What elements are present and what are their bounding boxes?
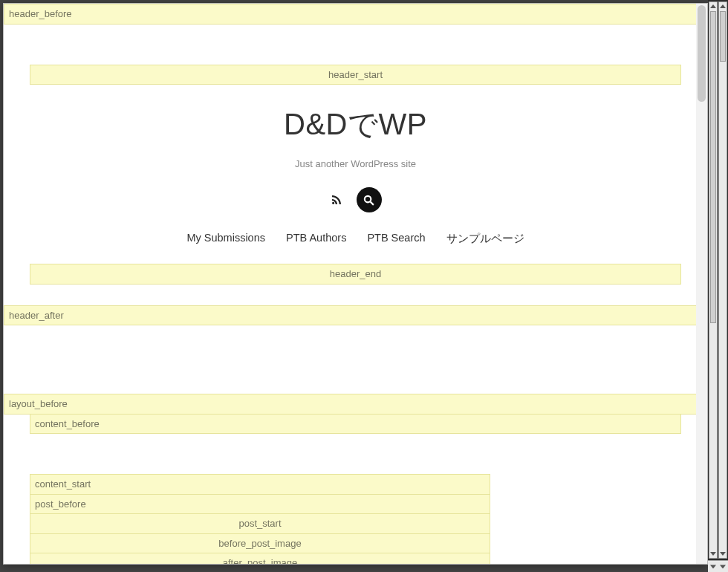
nav-item-sample-page[interactable]: サンプルページ <box>446 232 524 246</box>
scroll-up-icon[interactable] <box>710 4 716 8</box>
primary-nav: My Submissions PTB Authors PTB Search サン… <box>4 232 707 246</box>
svg-line-1 <box>371 201 374 204</box>
page-viewport: header_before header_start D&DでWP Just a… <box>3 3 708 565</box>
site-title[interactable]: D&DでWP <box>4 104 707 145</box>
outer-scrollbar-right[interactable] <box>718 1 727 559</box>
hook-header-start: header_start <box>30 65 681 85</box>
nav-item-ptb-authors[interactable]: PTB Authors <box>286 232 346 246</box>
outer-scrollbar-left-thumb[interactable] <box>710 11 716 323</box>
nav-item-ptb-search[interactable]: PTB Search <box>367 232 425 246</box>
chevron-down-icon[interactable] <box>718 561 729 572</box>
rss-icon[interactable] <box>330 193 343 207</box>
hook-after-post-image: after_post_image <box>30 553 490 564</box>
hook-layout-before: layout_before <box>4 394 707 415</box>
scroll-down-icon[interactable] <box>710 552 716 556</box>
inner-scrollbar[interactable] <box>696 4 707 564</box>
svg-point-0 <box>365 195 371 202</box>
content-column: content_start post_before post_start bef… <box>30 474 490 564</box>
site-tagline: Just another WordPress site <box>4 158 707 169</box>
hook-content-before: content_before <box>30 415 681 435</box>
hook-header-before: header_before <box>4 4 707 25</box>
nav-item-submissions[interactable]: My Submissions <box>186 232 265 246</box>
inner-scrollbar-thumb[interactable] <box>698 5 706 102</box>
hook-header-after: header_after <box>4 305 707 326</box>
outer-scrollbar-left[interactable] <box>709 1 718 559</box>
chevron-down-icon[interactable] <box>708 561 718 572</box>
scroll-up-icon[interactable] <box>720 4 726 8</box>
hook-post-before: post_before <box>30 495 490 515</box>
outer-scrollbar-bottom[interactable] <box>708 560 728 572</box>
search-button[interactable] <box>357 187 382 212</box>
hook-before-post-image: before_post_image <box>30 534 490 554</box>
outer-scrollbars <box>708 0 728 572</box>
hook-post-start: post_start <box>30 514 490 534</box>
hook-header-end: header_end <box>30 264 681 285</box>
outer-scrollbar-right-thumb[interactable] <box>720 11 726 62</box>
hook-content-start: content_start <box>30 474 490 495</box>
page-content: header_before header_start D&DでWP Just a… <box>4 4 707 564</box>
scroll-down-icon[interactable] <box>720 552 726 556</box>
